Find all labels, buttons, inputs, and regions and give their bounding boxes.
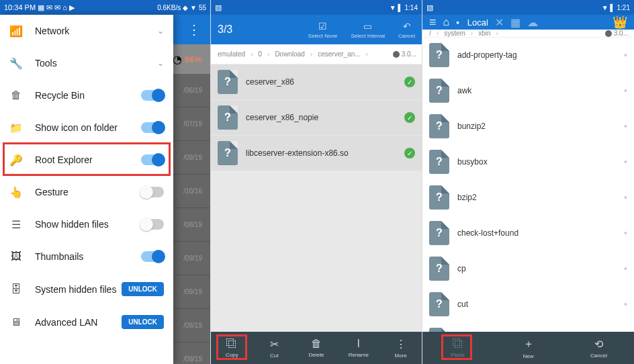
topbar-action-select-interval[interactable]: ▭Select Interval (351, 21, 385, 39)
file-row[interactable]: ?check-lost+found• (422, 216, 634, 251)
device-icon: ▪ (456, 17, 459, 28)
drawer-item-sysfiles[interactable]: 🗄System hidden filesUNLOCK (0, 273, 173, 306)
more-dot-icon[interactable]: • (624, 85, 627, 96)
file-row[interactable]: ?awk• (422, 73, 634, 108)
action-label: Cancel (398, 33, 415, 39)
file-name: bunzip2 (457, 122, 624, 131)
status-bar: 10:34 PM ▦ ✉ ✉ ⌂ ▶ 0.6KB/s ◆ ▼ 55 (0, 0, 210, 15)
menu-icon[interactable]: ≡ (429, 15, 437, 30)
bottombar-cancel[interactable]: ⟲Cancel (563, 338, 634, 359)
home-icon[interactable]: ⌂ (443, 16, 450, 28)
file-name: bzip2 (457, 193, 624, 202)
chevron-right-icon: › (246, 50, 257, 58)
bottombar-delete[interactable]: 🗑Delete (296, 338, 338, 358)
breadcrumb-segment[interactable]: 0 (257, 50, 263, 58)
breadcrumb-segment[interactable]: ceserver_an... (316, 50, 361, 58)
toggle-switch[interactable] (141, 251, 164, 262)
drawer-item-key[interactable]: 🔑Root Explorer (0, 144, 173, 176)
selection-topbar: 3/3 ☑Select None▭Select Interval↶Cancel (211, 15, 422, 44)
action-icon: ▭ (363, 21, 372, 32)
action-label: More (394, 353, 406, 359)
chevron-right-icon: › (362, 50, 372, 58)
action-icon: ⟲ (594, 338, 603, 351)
file-row[interactable]: ?bzip2• (422, 180, 634, 215)
file-row[interactable]: ?cp• (422, 251, 634, 286)
file-row[interactable]: ?busybox• (422, 144, 634, 179)
drawer-item-label: Show hidden files (35, 219, 141, 230)
drawer-item-trash[interactable]: 🗑Recycle Bin (0, 79, 173, 111)
drawer-item-eye[interactable]: ☰Show hidden files (0, 208, 173, 240)
drawer-item-network[interactable]: 📶Network⌄ (0, 15, 173, 47)
bottom-toolbar: ⿻Copy✂Cut🗑DeleteIRename⋮More (211, 332, 422, 364)
more-dot-icon[interactable]: • (624, 263, 627, 274)
more-dot-icon[interactable]: • (624, 228, 627, 238)
drawer-item-tools[interactable]: 🔧Tools⌄ (0, 47, 173, 79)
more-dot-icon[interactable]: • (624, 299, 627, 310)
gauge-icon: ◔ (173, 53, 182, 66)
unlock-button[interactable]: UNLOCK (122, 282, 164, 296)
drawer-item-thumb[interactable]: 🖼Thumbnails (0, 240, 173, 273)
file-row[interactable]: ?ceserver_x86✓ (211, 64, 422, 99)
bottombar-copy[interactable]: ⿻Copy (211, 338, 253, 358)
toggle-switch[interactable] (141, 219, 164, 230)
action-label: Copy (226, 352, 238, 358)
breadcrumb-segment[interactable]: / (428, 30, 433, 37)
lan-icon: 🖥 (9, 316, 23, 329)
file-row[interactable]: ?ceserver_x86_nopie✓ (211, 100, 422, 135)
drawer-item-hand[interactable]: 👆Gesture (0, 176, 173, 208)
more-dot-icon[interactable]: • (624, 156, 627, 167)
breadcrumb-segment[interactable]: Download (273, 50, 306, 58)
file-list[interactable]: ?add-property-tag•?awk•?bunzip2•?busybox… (422, 38, 634, 364)
toggle-switch[interactable] (141, 122, 164, 133)
screen-file-select: ▧ ▼ ▌1:14 3/3 ☑Select None▭Select Interv… (211, 0, 422, 364)
file-icon: ? (218, 105, 238, 130)
file-icon: ? (429, 150, 449, 174)
file-name: libceserver-extension-x86.so (246, 148, 404, 158)
drawer-item-label: Network (35, 26, 157, 36)
breadcrumb-segment[interactable]: emulated (216, 50, 246, 58)
file-name: awk (457, 86, 624, 95)
close-tab-icon[interactable]: ✕ (495, 16, 504, 29)
more-menu-icon[interactable]: ⋮ (187, 21, 199, 38)
more-dot-icon[interactable]: • (624, 50, 627, 60)
drawer-item-label: System hidden files (35, 284, 122, 295)
cloud-icon[interactable]: ☁ (527, 16, 538, 29)
action-icon: ☑ (318, 21, 327, 32)
topbar-action-select-none[interactable]: ☑Select None (308, 21, 338, 39)
status-time: 1:21 (617, 4, 630, 11)
drawer-item-label: Thumbnails (35, 251, 141, 262)
file-row[interactable]: ?cut• (422, 287, 634, 322)
window-icon[interactable]: ▦ (510, 16, 520, 29)
notif-icon: ▦ ✉ ✉ ⌂ ▶ (38, 3, 75, 12)
breadcrumb-segment[interactable]: xbin (477, 30, 492, 37)
speed-text: 0.6KB/s (157, 4, 181, 11)
crown-icon[interactable]: 👑 (613, 15, 627, 30)
thumb-icon: 🖼 (9, 250, 23, 263)
file-row[interactable]: ?libceserver-extension-x86.so✓ (211, 136, 422, 171)
bottombar-cut[interactable]: ✂Cut (253, 338, 296, 359)
file-row[interactable]: ?bunzip2• (422, 109, 634, 144)
file-row[interactable]: ?add-property-tag• (422, 38, 634, 73)
unlock-button[interactable]: UNLOCK (122, 315, 164, 329)
more-dot-icon[interactable]: • (624, 121, 627, 132)
toggle-switch[interactable] (141, 90, 164, 101)
breadcrumb-segment[interactable]: system (443, 30, 467, 37)
bottombar-paste[interactable]: ⿻Paste (422, 338, 493, 358)
drawer-item-lan[interactable]: 🖥Advanced LANUNLOCK (0, 306, 173, 338)
toggle-switch[interactable] (141, 154, 164, 165)
drawer-item-label: Gesture (35, 187, 141, 197)
action-icon: ✂ (270, 338, 279, 351)
toggle-switch[interactable] (141, 187, 164, 197)
bottombar-more[interactable]: ⋮More (379, 338, 422, 359)
file-list[interactable]: ?ceserver_x86✓?ceserver_x86_nopie✓?libce… (211, 64, 422, 364)
action-label: Rename (349, 352, 369, 358)
tools-icon: 🔧 (9, 56, 23, 70)
bottombar-new[interactable]: ＋New (493, 337, 563, 359)
topbar-action-cancel[interactable]: ↶Cancel (398, 21, 415, 39)
action-label: Delete (308, 352, 324, 358)
drawer-item-folder[interactable]: 📁Show icon on folder (0, 111, 173, 144)
storage-percent: 86% (185, 54, 202, 64)
more-dot-icon[interactable]: • (624, 192, 627, 203)
file-name: add-property-tag (457, 50, 624, 60)
bottombar-rename[interactable]: IRename (337, 338, 379, 358)
